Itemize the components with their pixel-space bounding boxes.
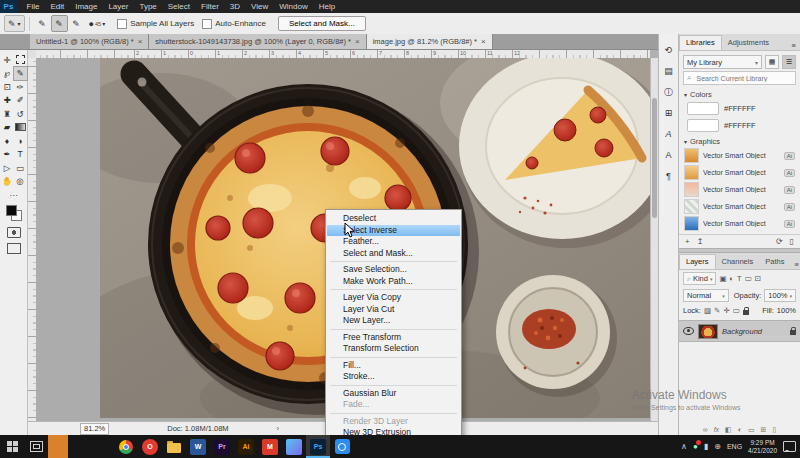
menu-item-fill[interactable]: Fill... <box>327 360 460 372</box>
layer-lock-icon[interactable] <box>790 330 796 335</box>
tray-battery-icon[interactable]: ▮ <box>704 442 708 451</box>
zoom-tool[interactable]: ◎ <box>14 175 27 189</box>
filter-pixel-icon[interactable]: ▣ <box>719 274 726 283</box>
menu-item-stroke[interactable]: Stroke... <box>327 371 460 383</box>
layer-row-background[interactable]: Background <box>679 320 800 342</box>
layer-style-icon[interactable]: fx <box>714 426 719 434</box>
lock-all-icon[interactable] <box>743 310 749 315</box>
library-asset-row[interactable]: Vector Smart Object Ai <box>679 164 800 181</box>
sync-icon[interactable]: ⟳ <box>776 237 783 246</box>
tray-chevron-icon[interactable]: ∧ <box>681 442 687 451</box>
adjustment-layer-icon[interactable]: ◐ <box>738 426 742 434</box>
add-asset-icon[interactable]: + <box>685 237 690 246</box>
taskbar-word[interactable]: W <box>186 435 210 458</box>
crop-tool[interactable]: ⊡ <box>1 80 14 94</box>
history-brush-tool[interactable]: ↺ <box>14 107 27 121</box>
library-search[interactable]: ⌕ <box>683 71 796 85</box>
eyedropper-tool[interactable]: ✑ <box>14 80 27 94</box>
tab-adjustments[interactable]: Adjustments <box>722 36 775 50</box>
new-selection-button[interactable]: ✎ <box>34 15 51 32</box>
marquee-tool[interactable] <box>14 53 27 67</box>
new-layer-icon[interactable]: ⊞ <box>761 426 767 434</box>
eraser-tool[interactable]: ▰ <box>1 121 14 135</box>
canvas-scrollbar[interactable] <box>650 58 658 421</box>
foreground-color-chip[interactable] <box>6 205 17 216</box>
lock-artboard-icon[interactable]: ▭ <box>733 306 740 315</box>
colors-section-header[interactable]: ▾ Colors <box>679 87 800 100</box>
tab-libraries[interactable]: Libraries <box>679 35 722 50</box>
taskbar-clock[interactable]: 9:29 PM 4/21/2020 <box>748 439 777 455</box>
blur-tool[interactable]: ♦ <box>1 134 14 148</box>
tab-layers[interactable]: Layers <box>679 254 716 269</box>
menu-edit[interactable]: Edit <box>45 0 70 13</box>
kind-filter-select[interactable]: ⌕ Kind ▾ <box>683 272 716 285</box>
color-asset-row[interactable]: #FFFFFF <box>679 117 800 134</box>
menu-3d[interactable]: 3D <box>224 0 245 13</box>
tab-paths[interactable]: Paths <box>759 255 790 269</box>
info-panel-icon[interactable]: ⓘ <box>662 86 676 98</box>
delete-layer-icon[interactable]: ▯ <box>772 426 776 434</box>
group-icon[interactable]: ▭ <box>748 426 755 434</box>
move-tool[interactable]: ✛ <box>1 53 14 67</box>
visibility-eye-icon[interactable] <box>683 327 694 335</box>
link-layers-icon[interactable]: ∞ <box>703 426 708 434</box>
search-input[interactable] <box>694 74 788 83</box>
menu-window[interactable]: Window <box>274 0 313 13</box>
close-icon[interactable]: × <box>138 37 143 46</box>
layer-comps-panel-icon[interactable]: ⊞ <box>662 107 676 119</box>
opacity-select[interactable]: 100% ▾ <box>764 289 796 302</box>
select-and-mask-button[interactable]: Select and Mask... <box>278 16 366 31</box>
history-panel-icon[interactable]: ⟲ <box>662 44 676 56</box>
edit-toolbar-button[interactable]: ⋯ <box>10 191 18 200</box>
menu-image[interactable]: Image <box>70 0 103 13</box>
hand-tool[interactable]: ✋ <box>1 175 14 189</box>
filter-type-icon[interactable]: T <box>737 274 742 283</box>
menu-item-gaussian-blur[interactable]: Gaussian Blur <box>327 388 460 400</box>
menu-item-new-layer[interactable]: New Layer... <box>327 315 460 327</box>
tab-image-jpg[interactable]: image.jpg @ 81.2% (RGB/8#) * × <box>367 34 493 49</box>
library-asset-row[interactable]: Vector Smart Object Ai <box>679 147 800 164</box>
taskbar-photoshop[interactable]: Ps <box>306 435 330 458</box>
menu-select[interactable]: Select <box>162 0 195 13</box>
dodge-tool[interactable]: ◑ <box>14 134 27 148</box>
menu-item-layer-via-copy[interactable]: Layer Via Copy <box>327 292 460 304</box>
menu-view[interactable]: View <box>246 0 274 13</box>
tray-network-icon[interactable]: ⊕ <box>714 442 721 451</box>
menu-file[interactable]: File <box>21 0 45 13</box>
panel-menu-icon[interactable]: ≡ <box>790 260 800 269</box>
zoom-level-field[interactable]: 81.2% <box>80 423 109 435</box>
lock-position-icon[interactable]: ✛ <box>723 306 729 315</box>
taskbar-illustrator[interactable]: Ai <box>234 435 258 458</box>
taskbar-premiere[interactable]: Pr <box>210 435 234 458</box>
menu-layer[interactable]: Layer <box>103 0 134 13</box>
graphics-section-header[interactable]: ▾ Graphics <box>679 134 800 147</box>
menu-filter[interactable]: Filter <box>196 0 225 13</box>
grid-view-button[interactable]: ▦ <box>765 55 779 69</box>
layer-thumbnail[interactable] <box>698 324 718 339</box>
clone-stamp-tool[interactable]: ♜ <box>1 107 14 121</box>
panel-menu-icon[interactable]: ≡ <box>788 41 800 50</box>
taskbar-opera[interactable]: O <box>138 435 162 458</box>
menu-type[interactable]: Type <box>134 0 162 13</box>
add-to-selection-button[interactable]: ✎ <box>51 15 68 32</box>
scrollbar-thumb[interactable] <box>652 98 657 218</box>
taskbar-file-explorer[interactable] <box>162 435 186 458</box>
swatches-panel-icon[interactable]: ▤ <box>662 65 676 77</box>
taskbar-paint3d[interactable] <box>282 435 306 458</box>
path-selection-tool[interactable]: ▷ <box>1 161 14 175</box>
taskbar-camera-app[interactable] <box>330 435 354 458</box>
tab-shutterstock[interactable]: shutterstock-1049143738.jpg @ 100% (Laye… <box>149 34 366 49</box>
auto-enhance-checkbox[interactable]: Auto-Enhance <box>202 19 266 29</box>
color-swatches[interactable] <box>6 205 22 221</box>
paragraph-panel-icon[interactable]: ¶ <box>662 170 676 182</box>
task-view-button[interactable] <box>24 435 48 458</box>
subtract-from-selection-button[interactable]: ✎ <box>68 15 85 32</box>
quick-mask-button[interactable] <box>7 227 21 238</box>
filter-adjustment-icon[interactable]: ◐ <box>730 274 735 283</box>
quick-selection-tool[interactable]: ✎ <box>14 67 27 81</box>
taskbar-gmail[interactable]: M <box>258 435 282 458</box>
tab-channels[interactable]: Channels <box>716 255 760 269</box>
action-center-icon[interactable] <box>783 441 796 452</box>
menu-item-layer-via-cut[interactable]: Layer Via Cut <box>327 304 460 316</box>
menu-item-save-selection[interactable]: Save Selection... <box>327 264 460 276</box>
